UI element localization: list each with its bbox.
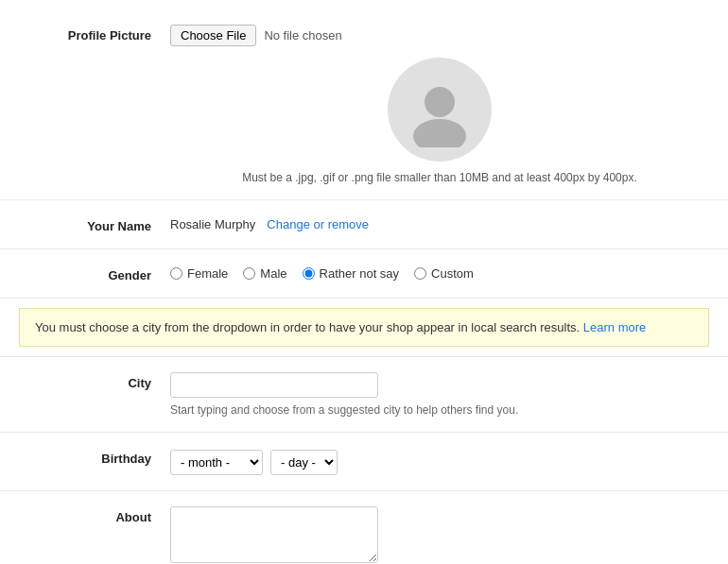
gender-custom-text: Custom [431,266,474,281]
file-hint: Must be a .jpg, .gif or .png file smalle… [170,171,709,184]
profile-picture-content: Choose File No file chosen Must be a .jp… [170,25,709,184]
gender-male-radio[interactable] [243,267,255,280]
city-label: City [19,372,170,390]
your-name-label: Your Name [19,215,170,233]
avatar-icon [402,72,477,147]
gender-rather-radio[interactable] [303,267,315,280]
birthday-month-select[interactable]: - month - January February March April M… [170,450,263,475]
gender-label: Gender [19,265,170,282]
about-label: About [19,506,170,524]
birthday-content: - month - January February March April M… [170,448,709,475]
name-value: Rosalie Murphy [170,217,255,231]
about-row: About Tell people a little about yoursel… [0,491,728,564]
your-name-content: Rosalie Murphy Change or remove [170,215,709,231]
gender-female-text: Female [187,266,228,281]
city-content: Start typing and choose from a suggested… [170,372,709,417]
gender-female-radio[interactable] [170,267,182,280]
birthday-day-select[interactable]: - day - 1 2 3 4 5 6 7 8 9 10 11 12 13 14… [270,450,338,475]
warning-row: You must choose a city from the dropdown… [0,299,728,357]
gender-custom-label[interactable]: Custom [414,266,474,281]
gender-custom-radio[interactable] [414,267,426,280]
learn-more-link[interactable]: Learn more [583,320,646,334]
profile-form: Profile Picture Choose File No file chos… [0,0,728,564]
birthday-label: Birthday [19,448,170,466]
about-textarea[interactable] [170,506,378,563]
city-hint: Start typing and choose from a suggested… [170,403,709,417]
change-or-remove-link[interactable]: Change or remove [267,217,369,231]
gender-female-label[interactable]: Female [170,266,228,281]
warning-message: You must choose a city from the dropdown… [35,320,580,334]
city-input[interactable] [170,372,378,398]
gender-row: Gender Female Male Rather not say Custom [0,249,728,299]
gender-male-text: Male [260,266,286,281]
warning-banner: You must choose a city from the dropdown… [19,308,709,347]
file-input-row: Choose File No file chosen [170,25,709,46]
gender-rather-label[interactable]: Rather not say [303,266,400,281]
profile-picture-row: Profile Picture Choose File No file chos… [0,9,728,200]
svg-point-0 [425,87,455,117]
birthday-row: Birthday - month - January February Marc… [0,433,728,491]
choose-file-button[interactable]: Choose File [170,25,256,46]
gender-male-label[interactable]: Male [243,266,286,281]
no-file-text: No file chosen [264,28,341,43]
about-content: Tell people a little about yourself. [170,506,709,564]
profile-picture-label: Profile Picture [19,25,170,43]
avatar [388,58,492,162]
gender-rather-text: Rather not say [320,266,400,281]
city-row: City Start typing and choose from a sugg… [0,357,728,433]
svg-point-1 [413,119,466,147]
avatar-container [170,58,709,162]
your-name-row: Your Name Rosalie Murphy Change or remov… [0,200,728,249]
gender-content: Female Male Rather not say Custom [170,265,709,281]
